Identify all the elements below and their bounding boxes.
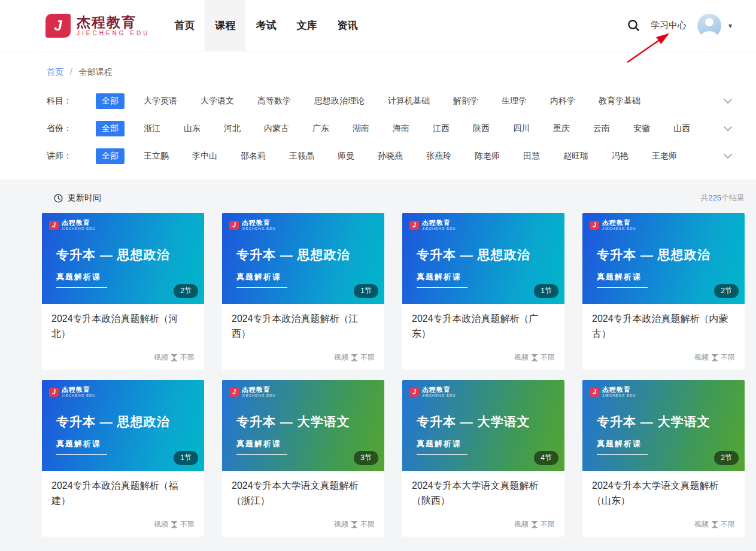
course-card[interactable]: J 杰程教育 JIECHENG EDU 专升本 — 思想政治 真题解析课 2节 … xyxy=(42,213,204,370)
filter-option[interactable]: 河北 xyxy=(224,123,241,134)
filter-option[interactable]: 海南 xyxy=(393,123,409,134)
header: J 杰程教育 JIECHENG EDU 首页课程考试文库资讯 学习中心 ▾ xyxy=(0,0,756,51)
chevron-down-icon[interactable] xyxy=(724,126,732,132)
caret-down-icon[interactable]: ▾ xyxy=(728,22,732,30)
filter-option[interactable]: 解剖学 xyxy=(453,96,478,106)
chevron-down-icon[interactable] xyxy=(724,154,732,159)
course-title[interactable]: 2024专升本大学语文真题解析（浙江） xyxy=(232,479,375,509)
filter-option[interactable]: 陈老师 xyxy=(475,151,500,162)
course-title[interactable]: 2024专升本政治真题解析（内蒙古） xyxy=(592,312,735,342)
thumb-brand-name: 杰程教育 xyxy=(422,219,456,227)
nav-item[interactable]: 课程 xyxy=(205,0,245,51)
thumb-logo-icon: J xyxy=(590,221,599,230)
filter-option[interactable]: 王老师 xyxy=(652,151,677,162)
access-limit-label: 不限 xyxy=(541,519,555,529)
course-card[interactable]: J 杰程教育 JIECHENG EDU 专升本 — 思想政治 真题解析课 1节 … xyxy=(402,213,564,370)
logo[interactable]: J 杰程教育 JIECHENG EDU xyxy=(45,14,150,38)
filter-row-subject: 科目： 全部 大学英语大学语文高等数学思想政治理论计算机基础解剖学生理学内科学教… xyxy=(0,87,756,115)
filter-option[interactable]: 师曼 xyxy=(338,151,354,162)
filter-option[interactable]: 四川 xyxy=(513,123,530,134)
filter-option[interactable]: 冯艳 xyxy=(612,151,629,162)
course-title[interactable]: 2024专升本大学语文真题解析（山东） xyxy=(592,479,735,509)
thumb-brand: J 杰程教育 JIECHENG EDU xyxy=(49,386,197,398)
learning-center-link[interactable]: 学习中心 xyxy=(651,20,687,31)
filter-option[interactable]: 生理学 xyxy=(502,96,527,106)
filter-option[interactable]: 浙江 xyxy=(144,123,160,134)
course-thumbnail: J 杰程教育 JIECHENG EDU 专升本 — 大学语文 真题解析课 4节 xyxy=(402,380,564,471)
filter-option[interactable]: 高等数学 xyxy=(257,96,291,106)
thumb-brand-sub: JIECHENG EDU xyxy=(62,394,96,398)
course-title[interactable]: 2024专升本政治真题解析（福建） xyxy=(51,479,195,509)
teacher-all-button[interactable]: 全部 xyxy=(96,148,125,164)
results-section: 更新时间 共225个结果 J 杰程教育 JIECHENG EDU 专升本 — 思… xyxy=(0,179,756,551)
course-card[interactable]: J 杰程教育 JIECHENG EDU 专升本 — 大学语文 真题解析课 3节 … xyxy=(222,380,384,537)
filter-option[interactable]: 江西 xyxy=(433,123,450,134)
filter-option[interactable]: 大学英语 xyxy=(144,96,177,106)
filter-option[interactable]: 计算机基础 xyxy=(388,96,430,106)
filters: 科目： 全部 大学英语大学语文高等数学思想政治理论计算机基础解剖学生理学内科学教… xyxy=(0,78,756,179)
chevron-down-icon[interactable] xyxy=(724,99,732,104)
filter-option[interactable]: 山西 xyxy=(673,123,690,134)
nav-item[interactable]: 文库 xyxy=(286,0,327,51)
nav-item[interactable]: 资讯 xyxy=(327,0,368,51)
course-title[interactable]: 2024专升本政治真题解析（广东） xyxy=(412,312,555,342)
thumb-logo-icon: J xyxy=(49,388,59,397)
course-meta: 视频 不限 xyxy=(334,519,375,529)
breadcrumb-separator: / xyxy=(70,67,72,77)
province-all-button[interactable]: 全部 xyxy=(96,121,125,136)
province-options: 浙江山东河北内蒙古广东湖南海南江西陕西四川重庆云南安徽山西 xyxy=(144,123,711,134)
filter-option[interactable]: 张燕玲 xyxy=(426,151,451,162)
filter-option[interactable]: 王筱晶 xyxy=(289,151,314,162)
results-count: 共225个结果 xyxy=(700,193,745,203)
hourglass-icon xyxy=(532,354,538,361)
course-thumbnail: J 杰程教育 JIECHENG EDU 专升本 — 大学语文 真题解析课 2节 xyxy=(582,380,745,471)
filter-option[interactable]: 赵旺瑞 xyxy=(563,151,588,162)
search-icon[interactable] xyxy=(627,19,640,32)
filter-option[interactable]: 大学语文 xyxy=(201,96,234,106)
avatar[interactable] xyxy=(697,14,721,38)
course-title[interactable]: 2024专升本大学语文真题解析（陕西） xyxy=(412,479,555,509)
filter-option[interactable]: 陕西 xyxy=(473,123,490,134)
filter-option[interactable]: 广东 xyxy=(312,123,329,134)
teacher-options: 王立鹏李中山邵名莉王筱晶师曼孙晓燕张燕玲陈老师田慧赵旺瑞冯艳王老师 xyxy=(144,151,711,162)
filter-option[interactable]: 田慧 xyxy=(523,151,540,162)
filter-option[interactable]: 孙晓燕 xyxy=(378,151,403,162)
filter-option[interactable]: 重庆 xyxy=(553,123,570,134)
thumb-course-type: 真题解析课 xyxy=(597,272,648,288)
course-thumbnail: J 杰程教育 JIECHENG EDU 专升本 — 思想政治 真题解析课 1节 xyxy=(402,213,564,304)
episodes-badge: 1节 xyxy=(534,284,558,298)
course-card[interactable]: J 杰程教育 JIECHENG EDU 专升本 — 思想政治 真题解析课 2节 … xyxy=(582,213,745,370)
thumb-subject: 专升本 — 思想政治 xyxy=(236,246,377,263)
filter-option[interactable]: 云南 xyxy=(593,123,610,134)
breadcrumb-home-link[interactable]: 首页 xyxy=(47,67,63,77)
filter-option[interactable]: 内科学 xyxy=(550,96,575,106)
course-title[interactable]: 2024专升本政治真题解析（河北） xyxy=(51,312,195,342)
course-title[interactable]: 2024专升本政治真题解析（江西） xyxy=(232,312,375,342)
filter-option[interactable]: 思想政治理论 xyxy=(314,96,365,106)
filter-option[interactable]: 安徽 xyxy=(633,123,650,134)
thumb-course-type: 真题解析课 xyxy=(417,439,467,455)
nav-item[interactable]: 考试 xyxy=(245,0,286,51)
sort-label: 更新时间 xyxy=(68,193,101,203)
filter-option[interactable]: 湖南 xyxy=(353,123,369,134)
filter-option[interactable]: 邵名莉 xyxy=(241,151,266,162)
thumb-brand: J 杰程教育 JIECHENG EDU xyxy=(590,386,737,398)
filter-option[interactable]: 李中山 xyxy=(192,151,217,162)
course-card[interactable]: J 杰程教育 JIECHENG EDU 专升本 — 思想政治 真题解析课 1节 … xyxy=(222,213,384,370)
course-meta: 视频 不限 xyxy=(514,519,555,529)
thumb-brand-sub: JIECHENG EDU xyxy=(422,227,456,231)
filter-option[interactable]: 王立鹏 xyxy=(144,151,169,162)
thumb-brand: J 杰程教育 JIECHENG EDU xyxy=(409,386,557,398)
filter-option[interactable]: 内蒙古 xyxy=(264,123,289,134)
filter-option[interactable]: 教育学基础 xyxy=(599,96,640,106)
course-card[interactable]: J 杰程教育 JIECHENG EDU 专升本 — 思想政治 真题解析课 1节 … xyxy=(42,380,204,537)
course-card[interactable]: J 杰程教育 JIECHENG EDU 专升本 — 大学语文 真题解析课 4节 … xyxy=(402,380,564,537)
course-grid: J 杰程教育 JIECHENG EDU 专升本 — 思想政治 真题解析课 2节 … xyxy=(42,213,745,537)
nav-item[interactable]: 首页 xyxy=(164,0,205,51)
filter-option[interactable]: 山东 xyxy=(184,123,201,134)
course-card[interactable]: J 杰程教育 JIECHENG EDU 专升本 — 大学语文 真题解析课 2节 … xyxy=(582,380,745,537)
episodes-badge: 3节 xyxy=(354,451,378,465)
sort-by-update-time[interactable]: 更新时间 xyxy=(42,193,101,203)
video-type-label: 视频 xyxy=(514,352,529,363)
subject-all-button[interactable]: 全部 xyxy=(96,93,125,109)
